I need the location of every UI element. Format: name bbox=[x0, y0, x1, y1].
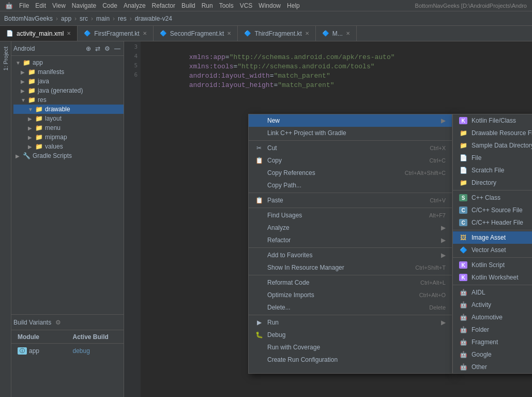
tab-more[interactable]: 🔷 M... ✕ bbox=[316, 26, 357, 41]
tree-item-manifests[interactable]: ▶ 📁 manifests bbox=[13, 67, 124, 77]
menu-item-paste[interactable]: 📋 Paste Ctrl+V bbox=[249, 194, 452, 207]
menu-item-debug[interactable]: 🐛 Debug bbox=[249, 329, 452, 341]
tree-item-java-generated[interactable]: ▶ 📁 java (generated) bbox=[13, 86, 124, 95]
menu-item-create-run-config[interactable]: Create Run Configuration bbox=[249, 354, 452, 366]
menu-item-cut[interactable]: ✂ Cut Ctrl+X bbox=[249, 142, 452, 154]
image-asset-icon: 🖼 bbox=[459, 233, 467, 242]
menu-item-refactor[interactable]: Refactor ▶ bbox=[249, 234, 452, 246]
cpp-header-icon: C bbox=[459, 219, 467, 226]
submenu-automotive[interactable]: 🤖 Automotive ▶ bbox=[453, 311, 532, 324]
tree-item-menu[interactable]: ▶ 📁 menu bbox=[13, 123, 124, 133]
menu-run[interactable]: Run bbox=[199, 0, 216, 11]
submenu-fragment[interactable]: 🤖 Fragment ▶ bbox=[453, 336, 532, 348]
menu-item-delete[interactable]: Delete... Delete bbox=[249, 301, 452, 314]
menu-item-link-cpp[interactable]: Link C++ Project with Gradle bbox=[249, 127, 452, 139]
submenu-kotlin-file-label: Kotlin File/Class bbox=[472, 117, 532, 124]
breadcrumb-item-2[interactable]: src bbox=[80, 15, 88, 22]
menu-item-find-usages[interactable]: Find Usages Alt+F7 bbox=[249, 209, 452, 222]
side-tab-project[interactable]: 1: Project bbox=[1, 43, 10, 73]
menu-edit[interactable]: Edit bbox=[32, 0, 49, 11]
submenu-scratch-file[interactable]: 📄 Scratch File Ctrl+Alt+Shift+Insert bbox=[453, 164, 532, 177]
submenu-other[interactable]: 🤖 Other bbox=[453, 361, 532, 373]
tab-close-1[interactable]: ✕ bbox=[143, 31, 147, 36]
tree-item-mipmap[interactable]: ▶ 📁 mipmap bbox=[13, 133, 124, 142]
submenu-directory[interactable]: 📁 Directory bbox=[453, 177, 532, 189]
menu-item-reformat[interactable]: Reformat Code Ctrl+Alt+L bbox=[249, 276, 452, 289]
tree-item-values[interactable]: ▶ 📁 values bbox=[13, 142, 124, 151]
submenu-activity[interactable]: 🤖 Activity ▶ bbox=[453, 299, 532, 311]
menu-tools[interactable]: Tools bbox=[216, 0, 237, 11]
bv-cell-build-0[interactable]: debug bbox=[69, 347, 124, 355]
tab-close-4[interactable]: ✕ bbox=[346, 31, 350, 36]
build-variants-panel: Build Variants ⚙ Module Active Build ⓘ a… bbox=[0, 314, 124, 397]
menu-item-copy-references[interactable]: Copy References Ctrl+Alt+Shift+C bbox=[249, 167, 452, 179]
link-cpp-icon bbox=[255, 129, 263, 137]
breadcrumb-item-5[interactable]: drawable-v24 bbox=[135, 15, 172, 22]
menu-code[interactable]: Code bbox=[99, 0, 120, 11]
submenu-kotlin-worksheet[interactable]: K Kotlin Worksheet bbox=[453, 271, 532, 284]
menu-item-run[interactable]: ▶ Run ▶ bbox=[249, 316, 452, 329]
submenu-sample-data[interactable]: 📁 Sample Data Directory bbox=[453, 139, 532, 152]
breadcrumb-item-4[interactable]: res bbox=[118, 15, 127, 22]
editor-content[interactable]: xmlns:app="http://schemas.android.com/ap… bbox=[141, 43, 532, 81]
settings-icon[interactable]: ⚙ bbox=[103, 44, 111, 53]
submenu-aidl[interactable]: 🤖 AIDL ▶ bbox=[453, 286, 532, 299]
tab-activity-main[interactable]: 📄 activity_main.xml ✕ bbox=[0, 26, 78, 41]
submenu-kotlin-file[interactable]: K Kotlin File/Class bbox=[453, 114, 532, 127]
tree-item-app[interactable]: ▼ 📁 app bbox=[13, 58, 124, 67]
tree-item-java[interactable]: ▶ 📁 java bbox=[13, 77, 124, 86]
menu-item-add-favorites[interactable]: Add to Favorites ▶ bbox=[249, 249, 452, 261]
menu-build[interactable]: Build bbox=[178, 0, 199, 11]
menu-item-copy-path[interactable]: Copy Path... bbox=[249, 179, 452, 192]
find-usages-shortcut: Alt+F7 bbox=[429, 212, 446, 218]
tab-third-fragment[interactable]: 🔷 ThirdFragment.kt ✕ bbox=[238, 26, 315, 41]
submenu-cpp-class[interactable]: S C++ Class bbox=[453, 192, 532, 204]
submenu-vector-asset[interactable]: 🔷 Vector Asset bbox=[453, 244, 532, 256]
folder-icon-mipmap: 📁 bbox=[35, 134, 43, 141]
breadcrumb-item-3[interactable]: main bbox=[96, 15, 110, 22]
menu-item-run-coverage[interactable]: Run with Coverage bbox=[249, 341, 452, 354]
submenu-cpp-header[interactable]: C C/C++ Header File bbox=[453, 216, 532, 229]
build-variants-gear[interactable]: ⚙ bbox=[55, 319, 61, 326]
menu-item-optimize-imports[interactable]: Optimize Imports Ctrl+Alt+O bbox=[249, 289, 452, 301]
menu-analyze[interactable]: Analyze bbox=[120, 0, 149, 11]
menu-item-copy[interactable]: 📋 Copy Ctrl+C bbox=[249, 154, 452, 167]
submenu-cpp-header-label: C/C++ Header File bbox=[472, 219, 532, 226]
tree-item-res[interactable]: ▼ 📁 res bbox=[13, 95, 124, 105]
breadcrumb-item-0[interactable]: BottomNavGeeks bbox=[4, 15, 53, 22]
menu-navigate[interactable]: Navigate bbox=[69, 0, 99, 11]
menu-refactor[interactable]: Refactor bbox=[149, 0, 178, 11]
tab-second-fragment[interactable]: 🔷 SecondFragment.kt ✕ bbox=[154, 26, 238, 41]
submenu-other-label: Other bbox=[472, 363, 532, 371]
menu-window[interactable]: Window bbox=[255, 0, 284, 11]
menu-item-show-resource-mgr[interactable]: Show In Resource Manager Ctrl+Shift+T bbox=[249, 261, 452, 274]
breadcrumb-item-1[interactable]: app bbox=[61, 15, 71, 22]
menu-app-icon[interactable]: 🤖 bbox=[2, 0, 16, 11]
tab-first-fragment[interactable]: 🔷 FirstFragment.kt ✕ bbox=[78, 26, 153, 41]
sync-icon[interactable]: ⇄ bbox=[94, 44, 101, 53]
tab-close-2[interactable]: ✕ bbox=[227, 31, 231, 36]
collapse-icon[interactable]: — bbox=[113, 44, 121, 53]
submenu-google[interactable]: 🤖 Google ▶ bbox=[453, 348, 532, 361]
submenu-drawable-res[interactable]: 📁 Drawable Resource File bbox=[453, 127, 532, 139]
tree-item-drawable[interactable]: ▼ 📁 drawable bbox=[13, 105, 124, 114]
submenu-folder[interactable]: 🤖 Folder ▶ bbox=[453, 324, 532, 336]
tab-close-3[interactable]: ✕ bbox=[305, 31, 309, 36]
submenu-cpp-source[interactable]: C C/C++ Source File bbox=[453, 204, 532, 216]
submenu-file[interactable]: 📄 File bbox=[453, 152, 532, 164]
menu-item-new[interactable]: New ▶ bbox=[249, 114, 452, 127]
tree-item-layout[interactable]: ▶ 📁 layout bbox=[13, 114, 124, 123]
menu-help[interactable]: Help bbox=[284, 0, 303, 11]
submenu-kotlin-script[interactable]: K Kotlin Script bbox=[453, 259, 532, 271]
bv-table-header: Module Active Build bbox=[0, 330, 124, 344]
tab-close-0[interactable]: ✕ bbox=[67, 31, 71, 36]
menu-item-analyze[interactable]: Analyze ▶ bbox=[249, 222, 452, 234]
tree-item-gradle[interactable]: ▶ 🔧 Gradle Scripts bbox=[13, 151, 124, 160]
menu-file[interactable]: File bbox=[16, 0, 32, 11]
menu-view[interactable]: View bbox=[49, 0, 69, 11]
submenu-directory-label: Directory bbox=[472, 179, 532, 186]
external-link-icon[interactable]: ⊕ bbox=[85, 44, 92, 53]
menu-vcs[interactable]: VCS bbox=[237, 0, 256, 11]
project-label: Android bbox=[13, 45, 83, 52]
submenu-image-asset[interactable]: 🖼 Image Asset bbox=[453, 231, 532, 244]
